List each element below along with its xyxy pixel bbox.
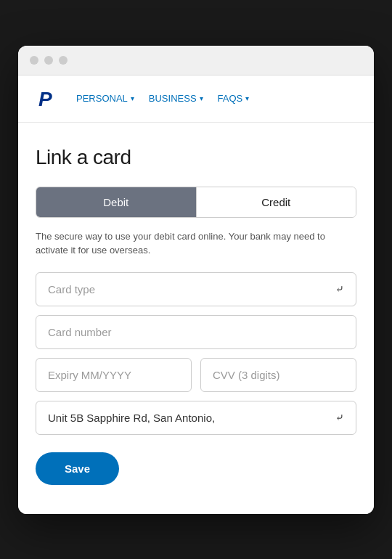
nav-faqs-label: FAQS xyxy=(218,93,243,104)
nav-business-label: BUSINESS xyxy=(149,93,197,104)
card-type-chevron-icon: ⤶ xyxy=(335,283,344,295)
card-type-toggle: Debit Credit xyxy=(36,187,356,218)
main-content: Link a card Debit Credit The secure way … xyxy=(18,123,374,514)
nav-faqs[interactable]: FAQS ▾ xyxy=(218,93,250,104)
cvv-field[interactable] xyxy=(200,358,356,392)
address-chevron-icon: ⤶ xyxy=(335,412,344,423)
address-dropdown[interactable]: Unit 5B Sapphire Rd, San Antonio, ⤶ xyxy=(36,401,356,435)
navbar: P PERSONAL ▾ BUSINESS ▾ FAQS ▾ xyxy=(18,76,374,123)
personal-chevron-icon: ▾ xyxy=(131,94,134,102)
faqs-chevron-icon: ▾ xyxy=(245,94,249,102)
browser-chrome xyxy=(18,46,374,76)
card-type-label: Card type xyxy=(48,283,95,295)
browser-dot-green xyxy=(59,56,68,65)
card-description: The secure way to use your debit card on… xyxy=(36,229,356,258)
save-button[interactable]: Save xyxy=(36,452,119,485)
browser-dot-yellow xyxy=(44,56,53,65)
card-number-field[interactable] xyxy=(36,315,356,349)
nav-personal[interactable]: PERSONAL ▾ xyxy=(76,93,134,104)
nav-links: PERSONAL ▾ BUSINESS ▾ FAQS ▾ xyxy=(76,93,249,104)
page-title: Link a card xyxy=(36,146,356,169)
browser-dot-red xyxy=(30,56,38,65)
browser-content: P PERSONAL ▾ BUSINESS ▾ FAQS ▾ Link a ca… xyxy=(18,76,374,514)
nav-business[interactable]: BUSINESS ▾ xyxy=(149,93,203,104)
business-chevron-icon: ▾ xyxy=(200,94,203,102)
address-label: Unit 5B Sapphire Rd, San Antonio, xyxy=(48,412,215,424)
browser-window: P PERSONAL ▾ BUSINESS ▾ FAQS ▾ Link a ca… xyxy=(18,46,374,514)
expiry-field[interactable] xyxy=(36,358,192,392)
expiry-input[interactable] xyxy=(48,369,179,381)
svg-text:P: P xyxy=(38,88,52,110)
expiry-cvv-row xyxy=(36,358,356,392)
paypal-logo: P xyxy=(36,87,59,110)
debit-tab[interactable]: Debit xyxy=(36,187,196,217)
credit-tab[interactable]: Credit xyxy=(197,187,356,217)
nav-personal-label: PERSONAL xyxy=(76,93,128,104)
card-type-dropdown[interactable]: Card type ⤶ xyxy=(36,272,356,306)
card-number-input[interactable] xyxy=(48,326,344,338)
cvv-input[interactable] xyxy=(213,369,344,381)
